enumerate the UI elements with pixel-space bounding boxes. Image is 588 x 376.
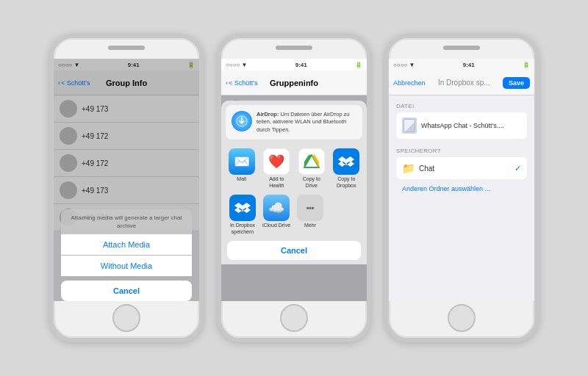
- dialog-info-text: Attaching media will generate a larger c…: [61, 209, 192, 234]
- app-row-2: In Dropbox speichern ☁️ iCloud Drive •••…: [221, 190, 367, 236]
- battery-3: 🔋: [523, 62, 530, 68]
- file-name: WhatsApp Chat - Schütt's....: [421, 122, 504, 129]
- file-icon: [402, 118, 417, 134]
- location-section-label: SPEICHERORT: [396, 148, 527, 154]
- gdrive-app[interactable]: Copy to Drive: [296, 148, 327, 189]
- dropbox-app[interactable]: Copy to Dropbox: [331, 148, 362, 189]
- save-content: DATEI WhatsApp Chat - Schütt's.... SPEIC…: [389, 95, 534, 301]
- airdrop-icon: [232, 111, 252, 131]
- file-section-label: DATEI: [396, 103, 527, 109]
- icloud-app[interactable]: ☁️ iCloud Drive: [261, 195, 292, 235]
- dropbox2-app[interactable]: In Dropbox speichern: [227, 195, 258, 235]
- folder-name-chat: Chat: [419, 164, 434, 173]
- gdrive-icon: [298, 148, 325, 175]
- folder-item-chat[interactable]: 📁 Chat ✓: [396, 157, 527, 179]
- mehr-app[interactable]: ••• Mehr: [295, 195, 326, 235]
- cancel-button-1[interactable]: Cancel: [61, 281, 192, 301]
- phone-1: ○○○○ ▼ 9:41 🔋 ‹ < Schütt's Group Info +4…: [49, 34, 204, 342]
- attach-dialog: Attaching media will generate a larger c…: [54, 209, 199, 301]
- time-2: 9:41: [295, 62, 307, 68]
- cancel-button-2[interactable]: Cancel: [227, 241, 361, 260]
- time-3: 9:41: [463, 62, 475, 68]
- checkmark-icon: ✓: [514, 164, 521, 173]
- phone-2: ○○○○ ▼ 9:41 🔋 ‹ < Schütt's Gruppeninfo +…: [217, 34, 371, 342]
- without-media-button[interactable]: Without Media: [61, 255, 192, 276]
- dropbox-icon: [333, 148, 359, 175]
- carrier-3: ○○○○ ▼: [393, 62, 415, 68]
- mail-icon: ✉️: [229, 148, 255, 175]
- mehr-icon: •••: [297, 195, 323, 221]
- carrier-2: ○○○○ ▼: [226, 62, 247, 68]
- dialog-buttons: Attach Media Without Media: [61, 234, 192, 276]
- status-bar-2: ○○○○ ▼ 9:41 🔋: [221, 59, 367, 70]
- nav-bar-2: ‹ < Schütt's Gruppeninfo: [221, 70, 367, 95]
- app-row-1: ✉️ Mail ❤️ Add to Health: [221, 144, 367, 190]
- share-sheet: AirDrop: Um Dateien über AirDrop zu teil…: [221, 101, 367, 264]
- save-button-3[interactable]: Save: [503, 77, 530, 89]
- choose-folder-link[interactable]: Anderen Ordner auswählen ...: [396, 179, 527, 192]
- attach-media-button[interactable]: Attach Media: [61, 234, 192, 255]
- airdrop-text: AirDrop: Um Dateien über AirDrop zu teil…: [257, 111, 356, 134]
- dropbox2-icon: [229, 195, 256, 221]
- battery-2: 🔋: [355, 62, 362, 68]
- back-button-2[interactable]: ‹ < Schütt's: [226, 79, 258, 87]
- file-item: WhatsApp Chat - Schütt's....: [396, 112, 527, 139]
- cancel-button-3[interactable]: Abbrechen: [393, 79, 426, 87]
- nav-title-2: Gruppeninfo: [270, 79, 318, 87]
- health-icon: ❤️: [263, 148, 290, 175]
- mail-app[interactable]: ✉️ Mail: [226, 148, 257, 189]
- nav3-title: In Dropbox sp...: [438, 79, 490, 87]
- phone3-nav: Abbrechen In Dropbox sp... Save: [389, 70, 534, 95]
- health-app[interactable]: ❤️ Add to Health: [261, 148, 292, 189]
- phone-3: ○○○○ ▼ 9:41 🔋 Abbrechen In Dropbox sp...…: [384, 34, 539, 342]
- status-bar-3: ○○○○ ▼ 9:41 🔋: [389, 59, 534, 70]
- folder-icon: 📁: [402, 162, 415, 174]
- airdrop-section: AirDrop: Um Dateien über AirDrop zu teil…: [226, 105, 362, 140]
- folder-list: 📁 Chat ✓: [396, 157, 527, 179]
- icloud-icon: ☁️: [263, 195, 290, 221]
